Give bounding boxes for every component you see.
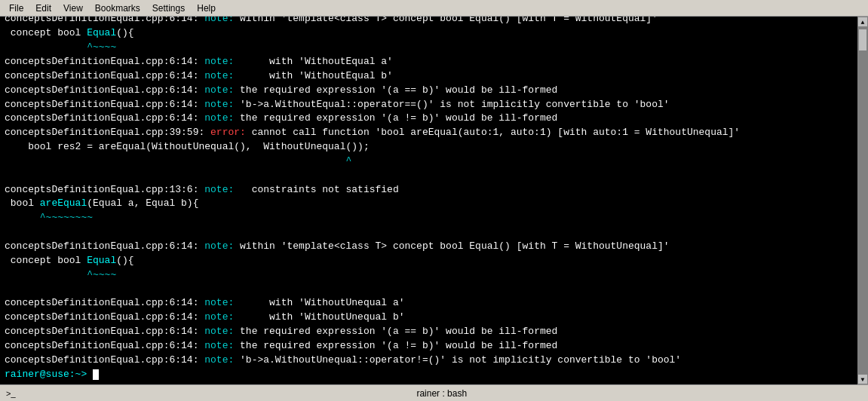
- terminal-line: conceptsDefinitionEqual.cpp:6:14: note: …: [5, 354, 853, 368]
- terminal-line: conceptsDefinitionEqual.cpp:13:6: note: …: [5, 183, 853, 197]
- terminal-line: conceptsDefinitionEqual.cpp:6:14: note: …: [5, 55, 853, 69]
- scroll-thumb[interactable]: [858, 29, 867, 51]
- scroll-up-arrow[interactable]: ▲: [857, 17, 868, 27]
- statusbar: >_ rainer : bash: [0, 384, 868, 401]
- menu-view[interactable]: View: [57, 2, 89, 15]
- terminal-line: [5, 225, 853, 240]
- terminal-line: [5, 282, 853, 296]
- terminal-line: conceptsDefinitionEqual.cpp:6:14: note: …: [5, 69, 853, 84]
- menu-file[interactable]: File: [3, 2, 29, 15]
- terminal-line: conceptsDefinitionEqual.cpp:6:14: note: …: [5, 240, 853, 254]
- terminal-prompt-line: rainer@suse:~>: [5, 368, 853, 382]
- terminal-line: conceptsDefinitionEqual.cpp:6:14: note: …: [5, 296, 853, 311]
- menu-bookmarks[interactable]: Bookmarks: [89, 2, 146, 15]
- terminal-line: conceptsDefinitionEqual.cpp:39:59: error…: [5, 126, 853, 140]
- terminal-line: conceptsDefinitionEqual.cpp:6:14: note: …: [5, 339, 853, 354]
- cursor: [93, 369, 99, 380]
- terminal-line: conceptsDefinitionEqual.cpp:6:14: note: …: [5, 17, 853, 26]
- terminal-line: concept bool Equal(){: [5, 254, 853, 268]
- prompt-indicator: >_: [6, 389, 16, 398]
- scroll-track[interactable]: [857, 27, 868, 374]
- terminal-wrapper: rainer@suse:~> g++ -fconcepts conceptsDe…: [0, 17, 868, 384]
- terminal-line: concept bool Equal(){: [5, 26, 853, 41]
- terminal-line: ^~~~~: [5, 41, 853, 55]
- terminal-line: [5, 169, 853, 183]
- terminal-line: bool res2 = areEqual(WithoutUnequal(), W…: [5, 140, 853, 155]
- menu-help[interactable]: Help: [191, 2, 222, 15]
- terminal[interactable]: rainer@suse:~> g++ -fconcepts conceptsDe…: [0, 17, 857, 384]
- terminal-line: ^: [5, 155, 853, 169]
- menu-settings[interactable]: Settings: [146, 2, 191, 15]
- terminal-line: conceptsDefinitionEqual.cpp:6:14: note: …: [5, 325, 853, 339]
- terminal-line: conceptsDefinitionEqual.cpp:6:14: note: …: [5, 311, 853, 325]
- terminal-line: ^~~~~: [5, 268, 853, 283]
- terminal-line: conceptsDefinitionEqual.cpp:6:14: note: …: [5, 84, 853, 98]
- terminal-line: ^~~~~~~~~: [5, 211, 853, 225]
- terminal-line: conceptsDefinitionEqual.cpp:6:14: note: …: [5, 98, 853, 112]
- menubar: File Edit View Bookmarks Settings Help: [0, 0, 868, 17]
- menu-edit[interactable]: Edit: [29, 2, 57, 15]
- scrollbar[interactable]: ▲ ▼: [857, 17, 868, 384]
- scroll-down-arrow[interactable]: ▼: [857, 374, 868, 384]
- terminal-line: conceptsDefinitionEqual.cpp:6:14: note: …: [5, 112, 853, 126]
- terminal-line: bool areEqual(Equal a, Equal b){: [5, 197, 853, 211]
- statusbar-title: rainer : bash: [22, 388, 862, 399]
